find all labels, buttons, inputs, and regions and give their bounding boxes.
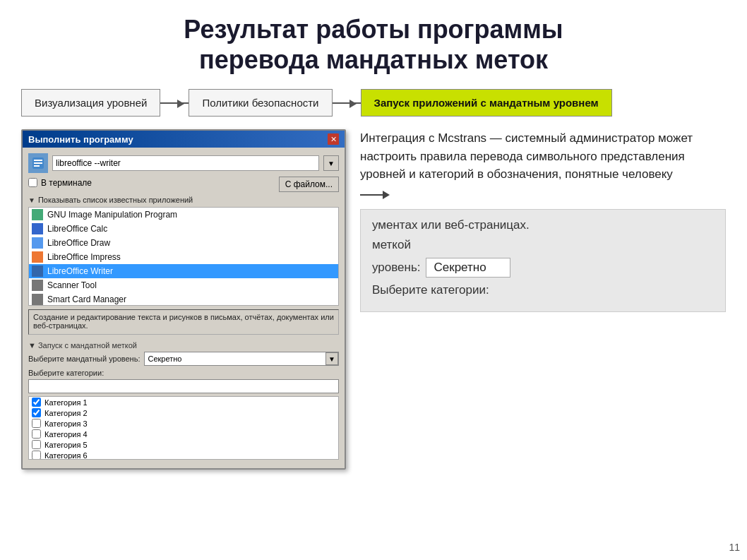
app-name-draw: LibreOffice Draw <box>47 238 110 248</box>
app-description-box: Создание и редактирование текста и рисун… <box>28 309 339 335</box>
level-row: Выберите мандатный уровень: Секретно ▼ <box>28 352 339 366</box>
command-input[interactable] <box>52 155 319 171</box>
app-icon-calc <box>32 223 43 234</box>
svg-rect-2 <box>34 162 42 164</box>
zoomed-row-category: Выберите категории: <box>372 283 714 297</box>
show-apps-label: Показывать список известных приложений <box>38 196 193 204</box>
app-name-smartcard: Smart Card Manager <box>47 294 126 304</box>
step-label-1: Визуализация уровней <box>35 97 147 109</box>
cat-check-2[interactable] <box>32 408 41 417</box>
cat-item-2: Категория 2 <box>29 407 338 418</box>
app-name-writer: LibreOffice Writer <box>47 266 113 276</box>
cat-check-5[interactable] <box>32 440 41 449</box>
zoomed-value-box: Секретно <box>426 258 510 278</box>
cat-item-6: Категория 6 <box>29 450 338 460</box>
category-label: Выберите категории: <box>28 369 339 377</box>
app-item-gimp[interactable]: GNU Image Manipulation Program <box>29 208 338 222</box>
svg-rect-3 <box>34 165 40 167</box>
triangle-icon: ▼ <box>28 196 35 204</box>
level-combo-arrow[interactable]: ▼ <box>325 352 338 365</box>
file-button[interactable]: С файлом... <box>279 177 339 192</box>
step-arrow-2 <box>333 102 361 104</box>
app-name-gimp: GNU Image Manipulation Program <box>47 210 177 220</box>
cat-label-1: Категория 1 <box>44 398 88 407</box>
slide-container: Результат работы программы перевода манд… <box>0 0 747 560</box>
zoomed-row-metkoy: меткой <box>372 238 714 252</box>
terminal-checkbox-row: В терминале <box>28 178 92 188</box>
zoomed-line1: ументах или веб-страницах. <box>372 218 530 232</box>
cat-item-1: Категория 1 <box>29 397 338 407</box>
app-main-icon <box>28 153 48 173</box>
level-label: Выберите мандатный уровень: <box>28 355 140 363</box>
zoomed-label-metkoy: меткой <box>372 238 411 252</box>
category-dropdown[interactable] <box>28 379 339 393</box>
command-row: ▼ <box>28 153 339 173</box>
dialog-area: Выполнить программу ✕ ▼ <box>21 129 346 470</box>
level-dropdown[interactable]: Секретно ▼ <box>144 352 339 366</box>
app-item-scanner[interactable]: Scanner Tool <box>29 278 338 292</box>
step-flow: Визуализация уровней Политики безопаснос… <box>21 89 726 117</box>
app-item-draw[interactable]: LibreOffice Draw <box>29 236 338 250</box>
step-box-3[interactable]: Запуск приложений с мандатным уровнем <box>361 89 612 117</box>
app-item-impress[interactable]: LibreOffice Impress <box>29 250 338 264</box>
main-content: Выполнить программу ✕ ▼ <box>21 129 726 470</box>
app-name-calc: LibreOffice Calc <box>47 224 107 234</box>
cat-label-4: Категория 4 <box>44 430 88 439</box>
zoomed-row-uroven: уровень: Секретно <box>372 258 714 278</box>
title-line2: перевода мандатных меток <box>199 45 548 74</box>
apps-list[interactable]: GNU Image Manipulation Program LibreOffi… <box>28 207 339 306</box>
app-icon-smartcard <box>32 294 43 305</box>
app-icon-writer <box>32 266 43 277</box>
app-icon-scanner <box>32 280 43 291</box>
mandatory-header: ▼ Запуск с мандатной меткой <box>28 341 339 350</box>
dialog-title: Выполнить программу <box>28 134 133 145</box>
level-value: Секретно <box>145 353 325 364</box>
app-name-impress: LibreOffice Impress <box>47 252 121 262</box>
command-combo-arrow[interactable]: ▼ <box>323 155 339 171</box>
cat-label-5: Категория 5 <box>44 441 88 449</box>
terminal-checkbox[interactable] <box>28 178 37 187</box>
mandatory-section: ▼ Запуск с мандатной меткой Выберите ман… <box>28 338 339 463</box>
slide-title: Результат работы программы перевода манд… <box>21 14 726 75</box>
app-icon-impress <box>32 251 43 263</box>
app-icon-gimp <box>32 209 43 220</box>
zoomed-label-category: Выберите категории: <box>372 283 489 297</box>
categories-list: Категория 1 Категория 2 Категория 3 Кате… <box>28 396 339 460</box>
description-text: Интеграция с Mcstrans — системный админи… <box>360 129 726 184</box>
app-icon-draw <box>32 237 43 249</box>
cat-check-1[interactable] <box>32 398 41 407</box>
step-arrow-1 <box>160 102 189 104</box>
step-box-1[interactable]: Визуализация уровней <box>21 89 160 117</box>
right-content: Интеграция с Mcstrans — системный админи… <box>360 129 726 312</box>
cat-item-3: Категория 3 <box>29 418 338 429</box>
app-item-calc[interactable]: LibreOffice Calc <box>29 222 338 236</box>
arrow-connector <box>360 194 388 196</box>
cat-check-3[interactable] <box>32 419 41 428</box>
dialog-body: ▼ В терминале С файлом... ▼ Показывать с… <box>23 148 345 468</box>
app-name-scanner: Scanner Tool <box>47 280 97 290</box>
dialog-close-button[interactable]: ✕ <box>328 133 339 145</box>
dialog-titlebar: Выполнить программу ✕ <box>23 131 345 148</box>
cat-label-6: Категория 6 <box>44 451 88 460</box>
cat-label-3: Категория 3 <box>44 419 88 428</box>
zoomed-value-uroven: Секретно <box>434 261 486 274</box>
step-label-3: Запуск приложений с мандатным уровнем <box>374 97 599 109</box>
dialog-window: Выполнить программу ✕ ▼ <box>21 129 346 470</box>
zoomed-image: ументах или веб-страницах. меткой уровен… <box>360 209 726 312</box>
step-box-2[interactable]: Политики безопасности <box>189 89 332 117</box>
svg-rect-1 <box>34 160 42 161</box>
step-label-2: Политики безопасности <box>202 97 318 109</box>
terminal-label: В терминале <box>41 178 92 188</box>
cat-check-6[interactable] <box>32 451 41 460</box>
zoomed-label-uroven: уровень: <box>372 261 420 275</box>
app-item-smartcard[interactable]: Smart Card Manager <box>29 292 338 306</box>
title-line1: Результат работы программы <box>184 15 563 44</box>
app-item-writer[interactable]: LibreOffice Writer <box>29 264 338 278</box>
cat-item-5: Категория 5 <box>29 439 338 450</box>
app-description-text: Создание и редактирование текста и рисун… <box>33 313 334 330</box>
show-apps-row: ▼ Показывать список известных приложений <box>28 196 339 204</box>
cat-label-2: Категория 2 <box>44 409 88 417</box>
cat-item-4: Категория 4 <box>29 429 338 439</box>
zoomed-row-1: ументах или веб-страницах. <box>372 218 714 232</box>
cat-check-4[interactable] <box>32 429 41 439</box>
